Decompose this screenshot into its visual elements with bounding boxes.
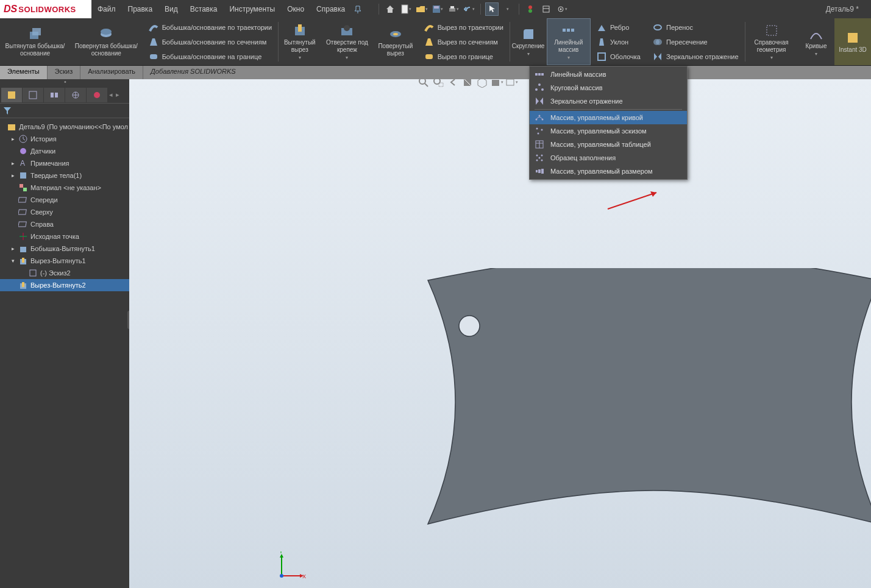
sketch-driven-pattern-item[interactable]: Массив, управляемый эскизом — [530, 124, 687, 138]
hide-show-icon[interactable]: ▾ — [505, 79, 518, 89]
wrap-button[interactable]: Перенос — [649, 20, 742, 35]
variable-pattern-item[interactable]: Массив, управляемый размером — [530, 165, 687, 178]
curves-button[interactable]: Кривые ▾ — [798, 18, 834, 65]
display-style-icon[interactable]: ▾ — [490, 79, 503, 89]
tree-right-plane[interactable]: Справа — [0, 218, 129, 230]
tree-solid-bodies[interactable]: ▸Твердые тела(1) — [0, 169, 129, 182]
tree-cut-extrude2[interactable]: Вырез-Вытянуть2 — [0, 279, 129, 291]
tree-boss-extrude1[interactable]: ▸Бобышка-Вытянуть1 — [0, 243, 129, 255]
tab-sketch[interactable]: Эскиз — [48, 66, 80, 79]
dimxpert-tab[interactable] — [65, 88, 86, 102]
prev-view-icon[interactable] — [446, 79, 460, 89]
feature-tree-tab[interactable] — [1, 88, 22, 102]
shell-button[interactable]: Оболочка — [593, 49, 644, 64]
part-model[interactable] — [422, 268, 871, 536]
swept-boss-button[interactable]: Бобышка/основание по траектории — [145, 20, 276, 35]
circular-pattern-item[interactable]: Круговой массив — [530, 81, 687, 94]
orientation-triad[interactable]: Y X — [276, 551, 306, 582]
tab-addins[interactable]: Добавления SOLIDWORKS — [143, 66, 243, 79]
tree-material[interactable]: Материал <не указан> — [0, 182, 129, 194]
mirror-item[interactable]: Зеркальное отражение — [530, 94, 687, 108]
new-doc-icon[interactable]: ▾ — [399, 2, 413, 16]
tree-sketch2[interactable]: (-) Эскиз2 — [0, 267, 129, 279]
zoom-fit-icon[interactable] — [417, 79, 430, 89]
tree-filter[interactable] — [0, 104, 129, 118]
tree-top-plane[interactable]: Сверху — [0, 206, 129, 218]
zoom-area-icon[interactable] — [432, 79, 445, 89]
menu-view[interactable]: Вид — [158, 0, 184, 18]
rib-button[interactable]: Ребро — [593, 20, 644, 35]
plane-icon — [18, 219, 28, 229]
app-logo: DS SOLIDWORKS — [0, 0, 91, 18]
instant3d-button[interactable]: Instant 3D — [834, 18, 871, 65]
tree-history[interactable]: ▸История — [0, 133, 129, 145]
tree-cut-extrude1[interactable]: ▾Вырез-Вытянуть1 — [0, 255, 129, 267]
mirror-button[interactable]: Зеркальное отражение — [649, 49, 742, 64]
feature-group-1: Ребро Уклон Оболочка — [591, 18, 647, 65]
extruded-cut-button[interactable]: Вытянутый вырез ▾ — [279, 18, 321, 65]
pin-icon[interactable] — [351, 2, 364, 16]
svg-rect-22 — [425, 54, 433, 59]
save-icon[interactable]: ▾ — [431, 2, 444, 16]
tree-root[interactable]: Деталь9 (По умолчанию<<По умол — [0, 121, 129, 133]
extruded-boss-button[interactable]: Вытянутая бобышка/основание — [0, 18, 70, 65]
svg-rect-34 — [541, 73, 544, 76]
property-tab[interactable] — [23, 88, 43, 102]
ribbon-tabs: Элементы Эскиз Анализировать Добавления … — [0, 66, 871, 79]
menu-edit[interactable]: Правка — [122, 0, 159, 18]
part-icon — [7, 122, 16, 132]
svg-rect-26 — [598, 53, 605, 60]
display-tab[interactable] — [87, 88, 107, 102]
sketch-icon — [28, 268, 38, 278]
tab-features[interactable]: Элементы — [0, 66, 47, 79]
select-icon[interactable] — [485, 2, 499, 16]
panel-tab-next[interactable]: ▸ — [115, 88, 121, 102]
lofted-cut-button[interactable]: Вырез по сечениям — [421, 35, 507, 49]
rebuild-icon[interactable] — [524, 2, 537, 16]
tree-front-plane[interactable]: Спереди — [0, 194, 129, 206]
open-doc-icon[interactable]: ▾ — [415, 2, 428, 16]
revolved-boss-button[interactable]: Повернутая бобышка/основание — [70, 18, 143, 65]
tree-sensors[interactable]: Датчики — [0, 145, 129, 157]
hole-wizard-button[interactable]: Отверстие под крепеж ▾ — [321, 18, 373, 65]
settings-icon[interactable]: ▾ — [555, 2, 569, 16]
lofted-boss-button[interactable]: Бобышка/основание по сечениям — [145, 35, 276, 49]
view-orientation-icon[interactable] — [475, 79, 489, 89]
3d-viewport[interactable]: ▾ ▾ Y X — [129, 79, 871, 588]
linear-pattern-item[interactable]: Линейный массив — [530, 68, 687, 81]
home-icon[interactable] — [383, 2, 397, 16]
swept-cut-button[interactable]: Вырез по траектории — [421, 20, 507, 35]
curve-driven-pattern-item[interactable]: Массив, управляемый кривой — [530, 111, 687, 124]
menu-tools[interactable]: Инструменты — [223, 0, 281, 18]
menu-help[interactable]: Справка — [310, 0, 351, 18]
boundary-cut-button[interactable]: Вырез по границе — [421, 49, 507, 64]
config-tab[interactable] — [44, 88, 65, 102]
ref-geometry-button[interactable]: Справочная геометрия ▾ — [745, 18, 798, 65]
intersect-button[interactable]: Пересечение — [649, 35, 742, 49]
print-icon[interactable]: ▾ — [447, 2, 460, 16]
options-icon[interactable] — [539, 2, 553, 16]
fill-pattern-item[interactable]: Образец заполнения — [530, 151, 687, 165]
document-title: Деталь9 * — [826, 5, 859, 13]
svg-point-65 — [20, 148, 26, 154]
undo-icon[interactable]: ▾ — [463, 2, 476, 16]
linear-pattern-button[interactable]: Линейный массив ▾ — [547, 18, 591, 65]
tree-annotations[interactable]: ▸AПримечания — [0, 157, 129, 169]
menu-insert[interactable]: Вставка — [184, 0, 224, 18]
menu-file[interactable]: Файл — [91, 0, 122, 18]
panel-tab-prev[interactable]: ◂ — [108, 88, 114, 102]
svg-rect-80 — [22, 282, 24, 287]
svg-rect-12 — [32, 28, 41, 35]
tree-origin[interactable]: Исходная точка — [0, 230, 129, 243]
draft-button[interactable]: Уклон — [593, 35, 644, 49]
menu-window[interactable]: Окно — [281, 0, 310, 18]
revolved-cut-button[interactable]: Повернутый вырез — [373, 18, 418, 65]
svg-rect-70 — [18, 197, 26, 202]
table-driven-pattern-item[interactable]: Массив, управляемый таблицей — [530, 138, 687, 151]
select-dropdown[interactable]: ▾ — [501, 2, 514, 16]
panel-splitter[interactable] — [0, 79, 129, 87]
tab-evaluate[interactable]: Анализировать — [80, 66, 143, 79]
boundary-boss-button[interactable]: Бобышка/основание на границе — [145, 49, 276, 64]
section-view-icon[interactable] — [461, 79, 474, 89]
fillet-button[interactable]: Скругление ▾ — [510, 18, 547, 65]
